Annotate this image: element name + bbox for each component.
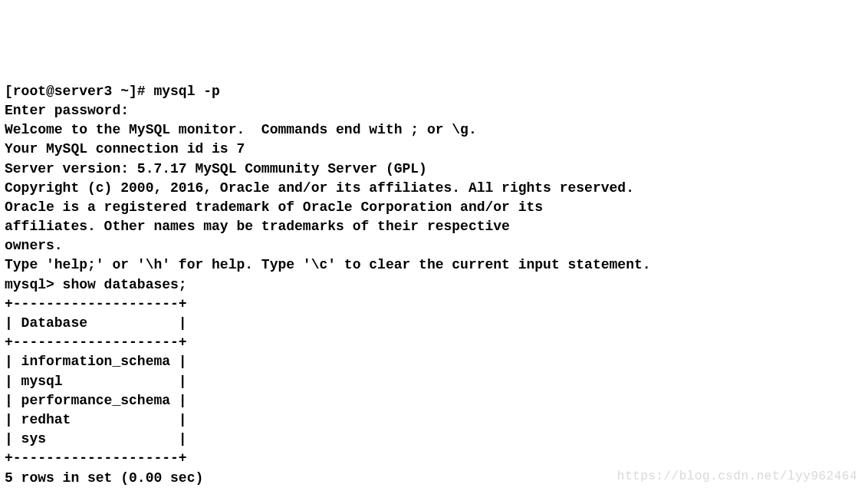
- password-prompt: Enter password:: [5, 101, 863, 120]
- table-row: | mysql |: [5, 372, 863, 391]
- copyright-line: Copyright (c) 2000, 2016, Oracle and/or …: [5, 179, 863, 198]
- server-version-line: Server version: 5.7.17 MySQL Community S…: [5, 160, 863, 179]
- table-border: +--------------------+: [5, 333, 863, 352]
- mysql-prompt-line: mysql> show databases;: [5, 275, 863, 295]
- terminal-output[interactable]: [root@server3 ~]# mysql -pEnter password…: [5, 82, 863, 488]
- watermark-text: https://blog.csdn.net/lyy962464: [617, 468, 857, 485]
- trademark-line-2: affiliates. Other names may be trademark…: [5, 217, 863, 236]
- shell-prompt-line: [root@server3 ~]# mysql -p: [5, 82, 863, 101]
- table-border: +--------------------+: [5, 295, 863, 314]
- connection-id-line: Your MySQL connection id is 7: [5, 140, 863, 159]
- table-header: | Database |: [5, 314, 863, 333]
- table-border: +--------------------+: [5, 449, 863, 468]
- trademark-line-3: owners.: [5, 236, 863, 255]
- table-row: | performance_schema |: [5, 391, 863, 410]
- help-line: Type 'help;' or '\h' for help. Type '\c'…: [5, 255, 863, 275]
- table-row: | sys |: [5, 430, 863, 449]
- welcome-line: Welcome to the MySQL monitor. Commands e…: [5, 120, 863, 140]
- table-row: | information_schema |: [5, 352, 863, 371]
- table-row: | redhat |: [5, 410, 863, 430]
- trademark-line-1: Oracle is a registered trademark of Orac…: [5, 198, 863, 217]
